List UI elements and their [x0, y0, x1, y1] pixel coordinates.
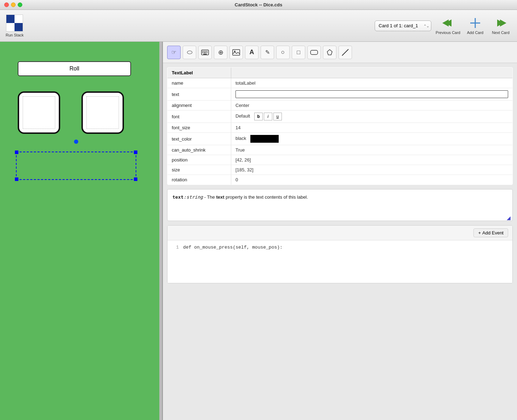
svg-rect-17: [311, 50, 318, 55]
dice-inner-left: [23, 96, 55, 129]
roll-button[interactable]: Roll: [18, 61, 131, 76]
text-input[interactable]: [235, 90, 508, 98]
run-stack-label: Run Stack: [6, 33, 24, 37]
selected-element[interactable]: [16, 152, 136, 180]
rotation-handle[interactable]: [74, 140, 78, 144]
position-value-text: [42, 26]: [235, 157, 251, 163]
prop-row-text-color: text_color black: [167, 133, 513, 145]
prop-value-name: totalLabel: [231, 78, 513, 88]
properties-section: TextLabel name totalLabel text: [163, 63, 517, 189]
prop-value-alignment: Center: [231, 101, 513, 110]
titlebar: CardStock -- Dice.cds: [0, 0, 517, 10]
roundrect-tool-button[interactable]: [307, 46, 321, 59]
prop-value-text[interactable]: [231, 88, 513, 101]
prop-name-font-size: font_size: [167, 123, 231, 133]
prop-name-auto-shrink: can_auto_shrink: [167, 145, 231, 155]
type-column-header: TextLabel: [167, 68, 231, 78]
code-content[interactable]: def on_mouse_press(self, mouse_pos):: [183, 245, 508, 279]
run-stack-button[interactable]: Run Stack: [6, 15, 24, 37]
ellipse-tool-button[interactable]: ○: [276, 46, 290, 59]
window-title: CardStock -- Dice.cds: [235, 2, 282, 7]
canvas-resize-handle[interactable]: [159, 42, 162, 420]
next-card-icon: [494, 17, 507, 29]
globe-tool-button[interactable]: ⊕: [214, 46, 227, 59]
alignment-value-text: Center: [235, 103, 249, 108]
add-card-button[interactable]: Add Card: [465, 17, 486, 35]
prop-row-font: font Default b i u: [167, 110, 513, 123]
underline-button[interactable]: u: [273, 113, 282, 120]
help-section: text:string - The text property is the t…: [167, 189, 513, 221]
previous-card-icon: [442, 17, 454, 29]
right-panel: ☞ ⬭ ⊕: [163, 42, 517, 420]
bold-button[interactable]: b: [254, 113, 263, 120]
line-numbers: 1: [172, 245, 179, 279]
prop-name-text-color: text_color: [167, 133, 231, 145]
prop-name-rotation: rotation: [167, 175, 231, 185]
svg-rect-10: [206, 51, 208, 52]
prop-value-position: [42, 26]: [231, 155, 513, 165]
svg-rect-13: [206, 52, 208, 53]
handle-bottom-right[interactable]: [134, 177, 137, 181]
handle-top-right[interactable]: [134, 151, 137, 154]
font-controls: b i u: [254, 113, 282, 120]
keyboard-tool-button[interactable]: [198, 46, 212, 59]
color-swatch[interactable]: [250, 135, 279, 143]
prop-name-size: size: [167, 165, 231, 175]
dice-box-left[interactable]: [18, 91, 60, 134]
prop-value-font: Default b i u: [231, 110, 513, 123]
image-tool-button[interactable]: [229, 46, 243, 59]
prop-value-rotation: 0: [231, 175, 513, 185]
svg-rect-12: [204, 52, 206, 53]
maximize-button[interactable]: [18, 2, 22, 7]
svg-rect-15: [233, 50, 240, 55]
prop-row-alignment: alignment Center: [167, 101, 513, 110]
text-tool-button[interactable]: A: [245, 46, 258, 59]
svg-marker-5: [500, 19, 506, 27]
prop-value-auto-shrink: True: [231, 145, 513, 155]
prop-row-position: position [42, 26]: [167, 155, 513, 165]
svg-rect-7: [202, 51, 203, 52]
previous-card-button[interactable]: Previous Card: [436, 17, 460, 35]
add-event-button[interactable]: + Add Event: [473, 228, 508, 237]
svg-line-18: [342, 49, 348, 56]
help-resize-handle[interactable]: ◢: [507, 215, 511, 219]
help-type: :string: [183, 194, 203, 200]
help-dash: - The: [203, 194, 216, 200]
run-stack-icon: [6, 15, 23, 32]
shape-tool-button[interactable]: [323, 46, 336, 59]
dice-inner-right: [86, 96, 119, 129]
close-button[interactable]: [4, 2, 9, 7]
prop-name-font: font: [167, 110, 231, 123]
text-color-value-text: black: [235, 136, 246, 141]
auto-shrink-value-text: True: [235, 147, 245, 153]
card-selector-area: Card 1 of 1: card_1: [375, 21, 431, 31]
event-header: + Add Event: [167, 226, 512, 240]
dice-box-right[interactable]: [81, 91, 124, 134]
rect-tool-button[interactable]: □: [292, 46, 305, 59]
card-selector[interactable]: Card 1 of 1: card_1: [375, 21, 431, 31]
prop-row-name: name totalLabel: [167, 78, 513, 88]
add-event-label: Add Event: [482, 230, 504, 235]
italic-button[interactable]: i: [264, 113, 272, 120]
next-card-button[interactable]: Next Card: [490, 17, 511, 35]
svg-rect-8: [204, 51, 205, 52]
prop-value-text-color: black: [231, 133, 513, 145]
name-value-text: totalLabel: [235, 80, 255, 86]
svg-rect-11: [202, 52, 203, 53]
card-selector-wrapper[interactable]: Card 1 of 1: card_1: [375, 21, 431, 31]
properties-table: TextLabel name totalLabel text: [167, 67, 513, 185]
hand-tool-button[interactable]: ☞: [167, 46, 181, 59]
handle-bottom-left[interactable]: [15, 177, 18, 181]
svg-rect-9: [205, 51, 206, 52]
prop-row-font-size: font_size 14: [167, 123, 513, 133]
next-card-label: Next Card: [492, 30, 510, 35]
canvas-area[interactable]: Roll: [0, 42, 163, 420]
font-value-text: Default: [235, 113, 250, 119]
toolbar: Run Stack Card 1 of 1: card_1 Previous C…: [0, 10, 517, 42]
pen-tool-button[interactable]: ✎: [261, 46, 274, 59]
line-tool-button[interactable]: [339, 46, 352, 59]
svg-rect-14: [203, 54, 207, 55]
handle-top-left[interactable]: [15, 151, 18, 154]
oval-tool-button[interactable]: ⬭: [183, 46, 196, 59]
minimize-button[interactable]: [11, 2, 16, 7]
